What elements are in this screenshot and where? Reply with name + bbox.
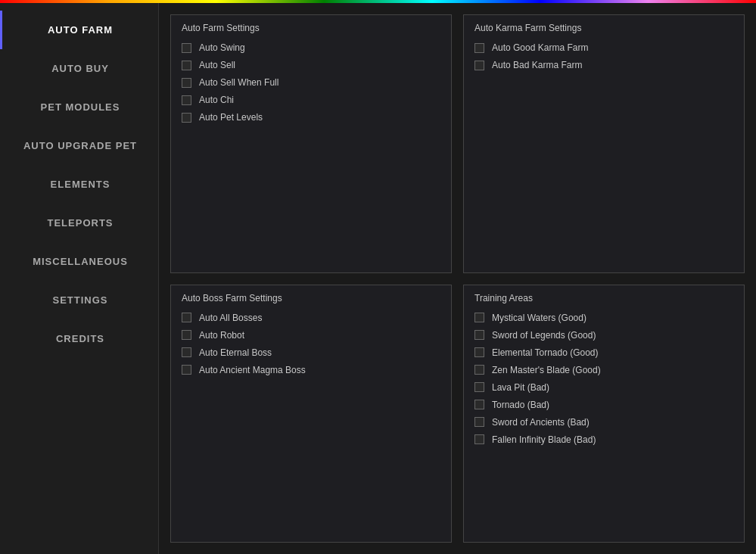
checkbox-box[interactable] xyxy=(182,43,191,53)
checkbox-label: Auto Ancient Magma Boss xyxy=(199,365,306,375)
checkbox-box[interactable] xyxy=(474,365,484,375)
checkbox-row[interactable]: Sword of Legends (Good) xyxy=(474,330,733,341)
checkbox-label: Zen Master's Blade (Good) xyxy=(492,365,601,375)
sidebar-item-miscellaneous[interactable]: MISCELLANEOUS xyxy=(0,242,158,281)
checkbox-label: Sword of Ancients (Bad) xyxy=(492,417,590,428)
checkbox-row[interactable]: Elemental Tornado (Good) xyxy=(474,347,733,358)
sidebar-item-pet-modules[interactable]: PET MODULES xyxy=(0,88,158,126)
checkbox-box[interactable] xyxy=(182,95,191,105)
checkbox-box[interactable] xyxy=(474,330,484,340)
panel-auto_karma_settings: Auto Karma Farm SettingsAuto Good Karma … xyxy=(463,14,745,273)
checkbox-box[interactable] xyxy=(182,347,191,357)
checkbox-box[interactable] xyxy=(474,43,484,53)
checkbox-label: Auto Chi xyxy=(199,95,234,105)
checkbox-box[interactable] xyxy=(182,365,191,375)
checkbox-label: Auto Swing xyxy=(199,42,245,53)
sidebar-item-elements[interactable]: ELEMENTS xyxy=(0,165,158,204)
sidebar-item-credits[interactable]: CREDITS xyxy=(0,319,158,358)
checkbox-label: Sword of Legends (Good) xyxy=(492,330,596,341)
checkbox-label: Auto Robot xyxy=(199,330,244,341)
checkbox-row[interactable]: Sword of Ancients (Bad) xyxy=(474,417,733,428)
sidebar-item-settings[interactable]: SETTINGS xyxy=(0,281,158,319)
checkbox-row[interactable]: Auto Sell xyxy=(182,60,440,70)
sidebar-item-auto-farm[interactable]: AUTO FARM xyxy=(0,11,158,49)
checkbox-box[interactable] xyxy=(474,347,484,357)
checkbox-row[interactable]: Auto Chi xyxy=(182,95,440,105)
checkbox-box[interactable] xyxy=(182,113,191,123)
checkbox-row[interactable]: Lava Pit (Bad) xyxy=(474,382,733,393)
checkbox-label: Auto Pet Levels xyxy=(199,112,263,123)
checkbox-row[interactable]: Auto Ancient Magma Boss xyxy=(182,365,440,375)
checkbox-box[interactable] xyxy=(474,434,484,444)
checkbox-row[interactable]: Auto Sell When Full xyxy=(182,77,440,88)
checkbox-row[interactable]: Auto Swing xyxy=(182,42,440,53)
checkbox-box[interactable] xyxy=(182,61,191,70)
panel-title-auto_boss_settings: Auto Boss Farm Settings xyxy=(182,293,440,303)
checkbox-row[interactable]: Auto All Bosses xyxy=(182,313,440,323)
checkbox-row[interactable]: Auto Pet Levels xyxy=(182,112,440,123)
main-layout: AUTO FARMAUTO BUYPET MODULESAUTO UPGRADE… xyxy=(0,3,756,554)
sidebar-item-auto-upgrade-pet[interactable]: AUTO UPGRADE PET xyxy=(0,126,158,165)
checkbox-box[interactable] xyxy=(182,313,191,322)
checkbox-label: Tornado (Bad) xyxy=(492,400,549,410)
checkbox-row[interactable]: Zen Master's Blade (Good) xyxy=(474,365,733,375)
checkbox-box[interactable] xyxy=(474,61,484,70)
checkbox-row[interactable]: Auto Bad Karma Farm xyxy=(474,60,733,70)
sidebar-item-teleports[interactable]: TELEPORTS xyxy=(0,204,158,242)
checkbox-box[interactable] xyxy=(474,313,484,322)
checkbox-box[interactable] xyxy=(182,78,191,88)
checkbox-label: Auto All Bosses xyxy=(199,313,262,323)
checkbox-row[interactable]: Auto Good Karma Farm xyxy=(474,42,733,53)
checkbox-box[interactable] xyxy=(474,400,484,409)
panel-title-auto_karma_settings: Auto Karma Farm Settings xyxy=(474,23,733,33)
checkbox-label: Auto Sell xyxy=(199,60,235,70)
checkbox-label: Auto Bad Karma Farm xyxy=(492,60,582,70)
panel-title-training_areas: Training Areas xyxy=(474,293,733,303)
checkbox-label: Mystical Waters (Good) xyxy=(492,313,586,323)
checkbox-row[interactable]: Auto Robot xyxy=(182,330,440,341)
checkbox-label: Auto Good Karma Farm xyxy=(492,42,588,53)
panel-auto_farm_settings: Auto Farm SettingsAuto SwingAuto SellAut… xyxy=(170,14,452,273)
checkbox-label: Lava Pit (Bad) xyxy=(492,382,549,393)
sidebar-item-auto-buy[interactable]: AUTO BUY xyxy=(0,49,158,88)
checkbox-row[interactable]: Auto Eternal Boss xyxy=(182,347,440,358)
checkbox-label: Auto Eternal Boss xyxy=(199,347,272,358)
sidebar: AUTO FARMAUTO BUYPET MODULESAUTO UPGRADE… xyxy=(0,3,159,554)
checkbox-label: Elemental Tornado (Good) xyxy=(492,347,599,358)
checkbox-box[interactable] xyxy=(182,330,191,340)
checkbox-label: Auto Sell When Full xyxy=(199,77,278,88)
panel-title-auto_farm_settings: Auto Farm Settings xyxy=(182,23,440,33)
panel-training_areas: Training AreasMystical Waters (Good)Swor… xyxy=(463,285,745,543)
checkbox-box[interactable] xyxy=(474,382,484,392)
panel-auto_boss_settings: Auto Boss Farm SettingsAuto All BossesAu… xyxy=(170,285,452,543)
checkbox-row[interactable]: Tornado (Bad) xyxy=(474,400,733,410)
checkbox-row[interactable]: Mystical Waters (Good) xyxy=(474,313,733,323)
content-area: Auto Farm SettingsAuto SwingAuto SellAut… xyxy=(159,3,756,554)
checkbox-row[interactable]: Fallen Infinity Blade (Bad) xyxy=(474,434,733,445)
checkbox-box[interactable] xyxy=(474,417,484,427)
checkbox-label: Fallen Infinity Blade (Bad) xyxy=(492,434,596,445)
